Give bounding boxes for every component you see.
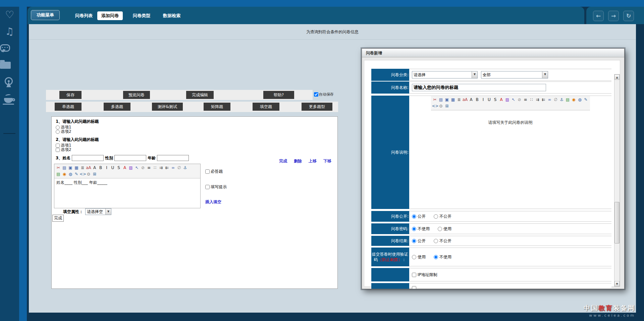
more-types-button[interactable]: 更多题型	[302, 103, 332, 111]
anchor-icon[interactable]: ⚓	[559, 97, 565, 103]
paste-word-icon[interactable]: ▦	[450, 97, 456, 103]
autosave-checkbox[interactable]	[314, 92, 318, 97]
form-icon[interactable]: ✎	[73, 171, 79, 177]
line-height-icon[interactable]: ≣	[456, 97, 462, 103]
autosave-toggle[interactable]: 自动保存	[314, 92, 334, 97]
checkbox-input[interactable]	[56, 148, 60, 152]
paste-word-icon[interactable]: ▦	[73, 165, 79, 171]
questionnaire-title-input[interactable]	[412, 84, 546, 91]
subcategory-select[interactable]: 全部 ▼	[481, 71, 548, 78]
tab-data-search[interactable]: 数据检索	[159, 11, 184, 20]
matrix-button[interactable]: 矩阵题	[204, 103, 230, 111]
insert-blank-link[interactable]: 插入填空	[205, 199, 221, 205]
scroll-down-icon[interactable]: ▼	[614, 281, 620, 286]
fill-blank-button[interactable]: 填空题	[253, 103, 279, 111]
modal-richtext-content[interactable]: 请填写关于此问卷的说明	[486, 118, 535, 209]
line-height-icon[interactable]: ≣	[79, 165, 86, 171]
forward-arrow-icon[interactable]: →	[608, 11, 619, 21]
code-icon[interactable]: <>	[79, 171, 86, 177]
copy-icon[interactable]: ▤	[438, 97, 444, 103]
cutoff-checkbox[interactable]	[412, 286, 416, 289]
phonetic-icon[interactable]: aA	[86, 165, 92, 171]
result-public-radio[interactable]: 公开	[412, 238, 426, 244]
paste-icon[interactable]: ▣	[444, 97, 450, 103]
hint-checkbox[interactable]	[205, 185, 210, 189]
font-color-icon[interactable]: A	[122, 165, 128, 171]
hint-flag[interactable]: 填写提示	[205, 184, 227, 190]
image-icon[interactable]: ▤	[55, 171, 61, 177]
outdent-icon[interactable]: ⇇	[541, 97, 547, 103]
name-field[interactable]	[72, 155, 104, 161]
single-choice-button[interactable]: 单选题	[55, 103, 82, 111]
broadcast-icon[interactable]	[0, 77, 19, 89]
required-checkbox[interactable]	[205, 169, 210, 174]
password-none-radio[interactable]: 不使用	[412, 226, 430, 232]
underline-icon[interactable]: U	[486, 97, 492, 103]
scroll-up-icon[interactable]: ▲	[614, 74, 620, 80]
align-icon[interactable]: ≡	[146, 165, 152, 171]
password-use-radio[interactable]: 使用	[438, 226, 451, 232]
paste-icon[interactable]: ▣	[67, 165, 73, 171]
media-icon[interactable]: ◍	[577, 97, 583, 103]
italic-icon[interactable]: I	[480, 97, 486, 103]
list-icon[interactable]: ∷	[529, 97, 535, 103]
delete-link[interactable]: 删除	[294, 158, 302, 164]
question1-option2[interactable]: 选项2	[56, 129, 71, 135]
phonetic-icon[interactable]: aA	[462, 97, 468, 103]
font-size-icon[interactable]: A	[468, 97, 474, 103]
required-flag[interactable]: 必答题	[205, 169, 223, 174]
copy-icon[interactable]: ▤	[61, 165, 67, 171]
move-down-link[interactable]: 下移	[323, 158, 331, 164]
richtext-content[interactable]: 姓名____ 性别___ 年龄_____	[54, 178, 200, 187]
heart-icon[interactable]: ♡	[0, 9, 19, 20]
select-cursor-icon[interactable]: ↖	[134, 165, 140, 171]
move-up-link[interactable]: 上移	[309, 158, 317, 164]
strikethrough-icon[interactable]: S	[492, 97, 498, 103]
bold-icon[interactable]: B	[474, 97, 480, 103]
media-icon[interactable]: ◍	[67, 171, 73, 177]
flash-icon[interactable]: ◉	[61, 171, 67, 177]
image-icon[interactable]: ▤	[565, 97, 571, 103]
preview-icon[interactable]: ⊙	[438, 103, 444, 109]
fullscreen-icon[interactable]: ⊞	[444, 103, 450, 109]
font-size-icon[interactable]: A	[92, 165, 98, 171]
refresh-icon[interactable]: ↻	[623, 11, 634, 21]
public-no-radio[interactable]: 不公开	[434, 214, 451, 219]
gender-field[interactable]	[114, 155, 146, 161]
form-icon[interactable]: ✎	[583, 97, 589, 103]
public-yes-radio[interactable]: 公开	[412, 214, 426, 219]
underline-icon[interactable]: U	[110, 165, 116, 171]
finish-link[interactable]: 完成	[279, 158, 287, 164]
outdent-icon[interactable]: ⇇	[164, 165, 170, 171]
strikethrough-icon[interactable]: S	[116, 165, 122, 171]
unlink-icon[interactable]: ∅	[176, 165, 182, 171]
age-field[interactable]	[157, 155, 189, 161]
fullscreen-icon[interactable]: ⊞	[92, 171, 98, 177]
done-button[interactable]: 完成	[52, 215, 64, 222]
result-private-radio[interactable]: 不公开	[434, 238, 451, 244]
blank-attribute-select[interactable]: 请选择空 ▼	[85, 208, 111, 215]
modal-scrollbar[interactable]: ▲ ▼	[614, 74, 620, 287]
tab-questionnaire-type[interactable]: 问卷类型	[129, 11, 154, 20]
bold-icon[interactable]: B	[98, 165, 104, 171]
code-icon[interactable]: <>	[432, 103, 438, 109]
link-icon[interactable]: ∞	[170, 165, 176, 171]
assessment-test-button[interactable]: 测评&测试	[152, 103, 183, 111]
flash-icon[interactable]: ◉	[571, 97, 577, 103]
select-cursor-icon[interactable]: ↖	[511, 97, 517, 103]
back-arrow-icon[interactable]: ←	[593, 11, 604, 21]
captcha-none-radio[interactable]: 不使用	[434, 254, 451, 260]
eraser-icon[interactable]: ⊘	[140, 165, 146, 171]
indent-icon[interactable]: ⇉	[535, 97, 541, 103]
preview-icon[interactable]: ⊙	[86, 171, 92, 177]
chat-icon[interactable]: •••	[0, 44, 19, 54]
highlight-color-icon[interactable]: ▨	[504, 97, 511, 103]
align-icon[interactable]: ≡	[523, 97, 529, 103]
cut-icon[interactable]: ✂	[432, 97, 438, 103]
save-button[interactable]: 保存	[59, 91, 82, 99]
italic-icon[interactable]: I	[104, 165, 110, 171]
multi-choice-button[interactable]: 多选题	[104, 103, 130, 111]
eraser-icon[interactable]: ⊘	[517, 97, 523, 103]
finish-edit-button[interactable]: 完成编辑	[186, 91, 214, 99]
category-select[interactable]: 请选择 ▼	[412, 71, 478, 78]
